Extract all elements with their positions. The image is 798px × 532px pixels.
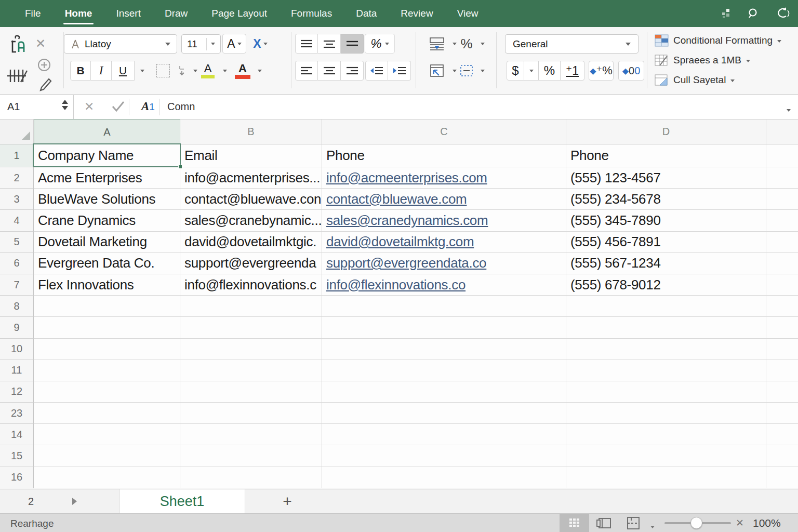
cell-C6[interactable]: support@evergreendata.co bbox=[322, 253, 566, 274]
row-header-14[interactable]: 14 bbox=[0, 424, 34, 445]
cell-D16[interactable] bbox=[566, 467, 766, 488]
cell-A5[interactable]: Dovetail Marketing bbox=[34, 232, 180, 253]
name-box-spinner[interactable] bbox=[62, 100, 68, 110]
cell-C14[interactable] bbox=[322, 424, 566, 445]
cell-E8[interactable] bbox=[766, 296, 798, 317]
increase-indent-button[interactable] bbox=[388, 61, 411, 81]
menu-review[interactable]: Review bbox=[389, 0, 445, 27]
cell-C5[interactable]: david@dovetailmktg.com bbox=[322, 232, 566, 253]
cell-E3[interactable] bbox=[766, 189, 798, 210]
menu-data[interactable]: Data bbox=[344, 0, 389, 27]
merge-center-icon[interactable] bbox=[425, 34, 449, 54]
column-header-C[interactable]: C bbox=[322, 119, 566, 144]
sync-icon[interactable] bbox=[775, 7, 790, 20]
currency-button[interactable]: $ bbox=[507, 61, 524, 81]
zoom-slider-handle[interactable] bbox=[690, 517, 702, 529]
cell-A3[interactable]: BlueWave Solutions bbox=[34, 189, 180, 210]
cell-A6[interactable]: Evergreen Data Co. bbox=[34, 253, 180, 274]
email-link[interactable]: info@acmeenterprises.com bbox=[326, 170, 487, 186]
align-left-button[interactable] bbox=[295, 61, 318, 81]
insert-cells-icon[interactable] bbox=[425, 61, 449, 81]
cell-B7[interactable]: info@flexinnovations.c bbox=[180, 274, 322, 296]
cell-A11[interactable] bbox=[34, 360, 180, 381]
cell-B3[interactable]: contact@bluewave.con bbox=[180, 189, 322, 210]
cell-A7[interactable]: Flex Innovations bbox=[34, 274, 180, 296]
delete-menu-button[interactable] bbox=[477, 61, 488, 81]
row-header-10[interactable]: 10 bbox=[0, 339, 34, 360]
cell-A12[interactable] bbox=[34, 381, 180, 403]
page-layout-view-icon[interactable] bbox=[596, 517, 613, 529]
cell-C16[interactable] bbox=[322, 467, 566, 488]
cell-E23[interactable] bbox=[766, 403, 798, 424]
sheet-nav-forward-icon[interactable] bbox=[72, 498, 77, 505]
cell-E16[interactable] bbox=[766, 467, 798, 488]
menu-file[interactable]: File bbox=[13, 0, 53, 27]
cell-D11[interactable] bbox=[566, 360, 766, 381]
cell-C1[interactable]: Phone bbox=[322, 144, 566, 167]
cell-B6[interactable]: support@evergreenda bbox=[180, 253, 322, 274]
cell-B4[interactable]: sales@cranebynamic... bbox=[180, 210, 322, 231]
cell-D7[interactable]: (555) 678-9012 bbox=[566, 274, 766, 296]
cell-A14[interactable] bbox=[34, 424, 180, 445]
zoom-level[interactable]: 100% bbox=[753, 517, 781, 529]
row-header-7[interactable]: 7 bbox=[0, 274, 34, 296]
cell-A16[interactable] bbox=[34, 467, 180, 488]
select-all-corner[interactable] bbox=[0, 119, 34, 144]
cell-B15[interactable] bbox=[180, 445, 322, 467]
cell-D4[interactable]: (555) 345-7890 bbox=[566, 210, 766, 231]
clear-formatting-button[interactable]: X bbox=[248, 34, 272, 54]
expand-formula-bar-icon[interactable] bbox=[787, 104, 791, 114]
cell-E14[interactable] bbox=[766, 424, 798, 445]
cell-B12[interactable] bbox=[180, 381, 322, 403]
column-header-A[interactable]: A bbox=[34, 119, 180, 144]
cell-D12[interactable] bbox=[566, 381, 766, 403]
cell-B9[interactable] bbox=[180, 317, 322, 338]
row-header-16[interactable]: 16 bbox=[0, 467, 34, 488]
decrease-decimal-button[interactable]: ◆00 bbox=[618, 61, 644, 81]
cell-A8[interactable] bbox=[34, 296, 180, 317]
cell-A9[interactable] bbox=[34, 317, 180, 338]
column-header-D[interactable]: D bbox=[566, 119, 766, 144]
cell-C8[interactable] bbox=[322, 296, 566, 317]
format-as-table-button[interactable]: Spraees a 1MB bbox=[673, 55, 741, 66]
cell-B14[interactable] bbox=[180, 424, 322, 445]
menu-page-layout[interactable]: Page Layout bbox=[200, 0, 279, 27]
decrease-indent-button[interactable] bbox=[365, 61, 388, 81]
align-center-button[interactable] bbox=[318, 61, 341, 81]
add-icon[interactable] bbox=[36, 57, 52, 73]
formula-content[interactable]: Comn bbox=[167, 101, 195, 113]
cell-E4[interactable] bbox=[766, 210, 798, 231]
cell-C4[interactable]: sales@cranedynamics.com bbox=[322, 210, 566, 231]
paste-icon[interactable] bbox=[8, 34, 31, 57]
cell-D14[interactable] bbox=[566, 424, 766, 445]
cell-B5[interactable]: david@dovetailmktgic. bbox=[180, 232, 322, 253]
cell-B1[interactable]: Email bbox=[180, 144, 322, 167]
font-color-button[interactable]: A bbox=[232, 61, 254, 81]
zoom-out-icon[interactable] bbox=[650, 521, 655, 530]
row-header-1[interactable]: 1 bbox=[0, 144, 34, 167]
cell-E9[interactable] bbox=[766, 317, 798, 338]
row-header-3[interactable]: 3 bbox=[0, 189, 34, 210]
cell-D1[interactable]: Phone bbox=[566, 144, 766, 167]
number-format-select[interactable]: General bbox=[505, 34, 639, 54]
cell-E11[interactable] bbox=[766, 360, 798, 381]
cell-B11[interactable] bbox=[180, 360, 322, 381]
cell-E12[interactable] bbox=[766, 381, 798, 403]
borders-arrow-icon[interactable] bbox=[175, 61, 189, 81]
fill-color-menu-button[interactable] bbox=[219, 61, 231, 81]
fill-color-button[interactable]: A bbox=[197, 61, 219, 81]
name-box[interactable]: A1 bbox=[0, 95, 74, 119]
row-header-8[interactable]: 8 bbox=[0, 296, 34, 317]
cell-C3[interactable]: contact@bluewave.com bbox=[322, 189, 566, 210]
row-header-23[interactable]: 23 bbox=[0, 403, 34, 424]
cell-B23[interactable] bbox=[180, 403, 322, 424]
cell-C10[interactable] bbox=[322, 339, 566, 360]
row-header-15[interactable]: 15 bbox=[0, 445, 34, 467]
font-name-select[interactable]: Llatoy bbox=[64, 34, 177, 54]
cell-A2[interactable]: Acme Enterprises bbox=[34, 167, 180, 189]
email-link[interactable]: contact@bluewave.com bbox=[326, 191, 467, 207]
cell-D6[interactable]: (555) 567-1234 bbox=[566, 253, 766, 274]
row-header-5[interactable]: 5 bbox=[0, 232, 34, 253]
cell-D9[interactable] bbox=[566, 317, 766, 338]
cell-A4[interactable]: Crane Dynamics bbox=[34, 210, 180, 231]
